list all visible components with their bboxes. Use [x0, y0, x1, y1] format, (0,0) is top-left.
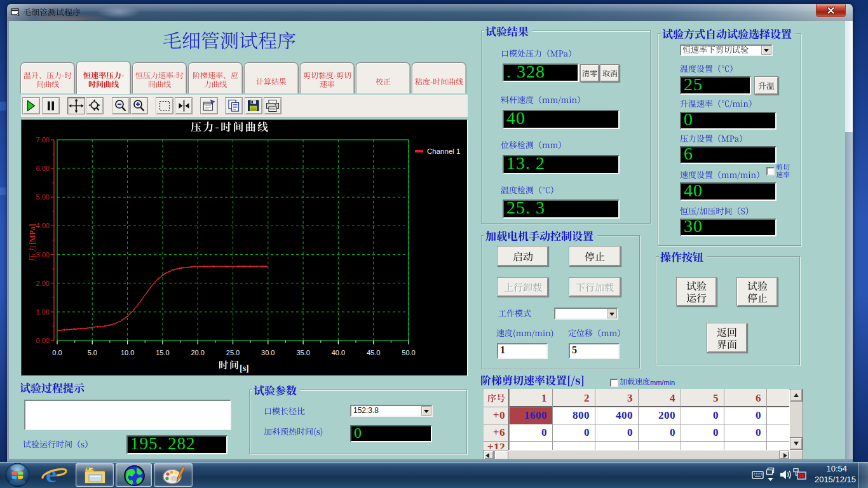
svg-text:25.0: 25.0 [226, 349, 240, 356]
svg-text:40.0: 40.0 [332, 349, 345, 356]
svg-text:4.00: 4.00 [36, 222, 50, 229]
svg-text:20.0: 20.0 [191, 349, 204, 356]
svg-text:45.0: 45.0 [367, 349, 380, 356]
svg-text:50.0: 50.0 [402, 349, 415, 356]
svg-text:5.00: 5.00 [36, 193, 50, 201]
svg-text:30.0: 30.0 [261, 349, 275, 356]
svg-text:e: e [46, 462, 57, 487]
svg-text:7.00: 7.00 [36, 136, 50, 144]
svg-text:2.00: 2.00 [36, 280, 50, 287]
svg-text:0.0: 0.0 [52, 349, 62, 356]
svg-text:0.00: 0.00 [36, 337, 50, 344]
svg-text:Channel 1: Channel 1 [427, 147, 460, 155]
svg-text:[MPa]: [MPa] [28, 224, 37, 245]
svg-text:3.00: 3.00 [36, 251, 50, 259]
svg-text:5.0: 5.0 [88, 349, 97, 356]
svg-text:6.00: 6.00 [36, 165, 50, 172]
svg-text:15.0: 15.0 [156, 349, 169, 356]
svg-text:1.00: 1.00 [36, 308, 50, 316]
svg-text:35.0: 35.0 [296, 349, 309, 356]
svg-text:10.0: 10.0 [121, 349, 134, 356]
